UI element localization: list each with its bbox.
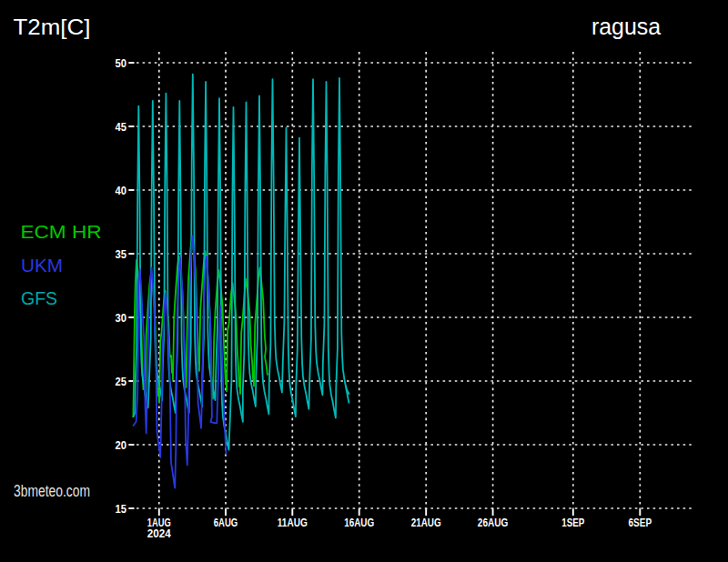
svg-text:50: 50 — [116, 56, 127, 70]
svg-text:11AUG: 11AUG — [278, 516, 308, 529]
svg-text:15: 15 — [116, 502, 127, 516]
svg-text:40: 40 — [116, 184, 127, 197]
svg-text:ECM HR: ECM HR — [21, 221, 102, 242]
svg-text:1SEP: 1SEP — [561, 516, 584, 529]
svg-text:20: 20 — [116, 438, 127, 452]
svg-text:T2m[C]: T2m[C] — [14, 15, 91, 39]
svg-text:25: 25 — [116, 375, 127, 388]
svg-text:26AUG: 26AUG — [478, 516, 509, 529]
svg-text:2024: 2024 — [147, 527, 171, 540]
svg-text:6AUG: 6AUG — [214, 516, 238, 529]
svg-text:6SEP: 6SEP — [629, 516, 652, 529]
svg-text:30: 30 — [116, 311, 127, 325]
svg-text:3bmeteo.com: 3bmeteo.com — [14, 482, 90, 500]
svg-text:GFS: GFS — [21, 287, 57, 308]
svg-text:ragusa: ragusa — [592, 14, 661, 39]
svg-text:35: 35 — [116, 247, 127, 261]
svg-text:16AUG: 16AUG — [344, 516, 374, 529]
svg-text:21AUG: 21AUG — [411, 516, 441, 529]
svg-text:45: 45 — [116, 120, 127, 134]
svg-text:UKM: UKM — [21, 255, 63, 276]
